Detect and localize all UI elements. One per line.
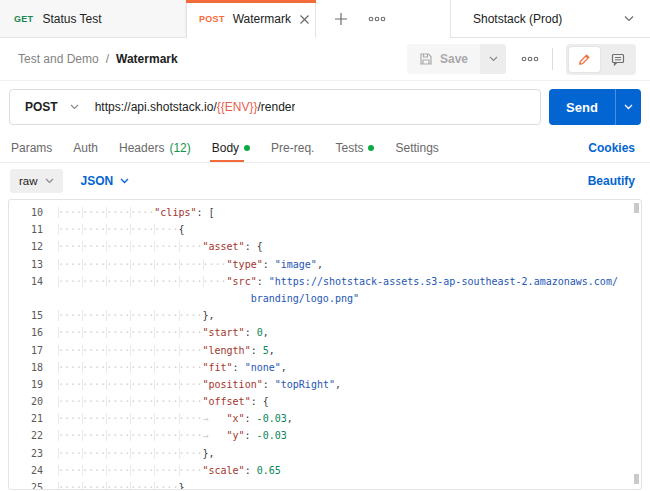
save-button[interactable]: Save bbox=[407, 44, 480, 74]
send-split-button: Send bbox=[549, 89, 641, 125]
chevron-down-icon bbox=[45, 178, 54, 184]
tab-tests[interactable]: Tests bbox=[335, 133, 374, 162]
send-options-button[interactable] bbox=[616, 89, 641, 125]
scrollbar-thumb-top[interactable] bbox=[634, 203, 639, 213]
code-line[interactable]: 17························"length": 5, bbox=[9, 342, 641, 359]
url-input[interactable]: https://api.shotstack.io/{{ENV}}/render bbox=[95, 100, 296, 114]
code-line[interactable]: 10················"clips": [ bbox=[9, 204, 641, 221]
chevron-down-icon bbox=[624, 15, 634, 22]
scrollbar-thumb-bottom[interactable] bbox=[634, 474, 639, 484]
language-selector[interactable]: JSON bbox=[81, 174, 130, 188]
method-badge-get: GET bbox=[14, 14, 33, 24]
cookies-link[interactable]: Cookies bbox=[588, 141, 635, 155]
chevron-down-icon bbox=[120, 178, 129, 184]
line-number: 23 bbox=[9, 445, 43, 462]
code-content: ····················{ bbox=[58, 221, 184, 238]
send-button[interactable]: Send bbox=[549, 89, 616, 125]
code-content: ························}, bbox=[58, 445, 215, 462]
code-content: ························"asset": { bbox=[58, 238, 263, 255]
code-line[interactable]: 25····················} bbox=[9, 479, 641, 490]
code-line[interactable]: 22························→"y": -0.03 bbox=[9, 427, 641, 444]
format-selector[interactable]: raw bbox=[10, 169, 63, 193]
method-selector[interactable]: POST bbox=[10, 100, 95, 114]
line-number: 20 bbox=[9, 393, 43, 410]
save-split-button: Save bbox=[407, 44, 506, 74]
save-label: Save bbox=[440, 52, 468, 66]
divider bbox=[552, 48, 553, 70]
tab-settings[interactable]: Settings bbox=[395, 133, 438, 162]
format-value: raw bbox=[19, 175, 38, 187]
code-line[interactable]: 13····························"type": "i… bbox=[9, 256, 641, 273]
code-line[interactable]: branding/logo.png" bbox=[9, 290, 641, 307]
breadcrumb-request-name[interactable]: Watermark bbox=[116, 52, 178, 66]
code-line[interactable]: 15························}, bbox=[9, 307, 641, 324]
tab-headers[interactable]: Headers(12) bbox=[119, 133, 191, 162]
tab-label: Params bbox=[11, 141, 52, 155]
tab-params[interactable]: Params bbox=[11, 133, 52, 162]
tab-count: (12) bbox=[169, 141, 190, 155]
code-content: ························→"x": -0.03, bbox=[58, 410, 293, 427]
more-actions-icon[interactable] bbox=[521, 56, 539, 62]
environment-selector[interactable]: Shotstack (Prod) bbox=[450, 0, 650, 38]
line-number: 25 bbox=[9, 479, 43, 490]
code-content: ····················} bbox=[58, 479, 184, 490]
url-part: https://api.shotstack.io/ bbox=[95, 100, 217, 114]
code-line[interactable]: 14····························"src": "ht… bbox=[9, 273, 641, 290]
code-line[interactable]: 16························"start": 0, bbox=[9, 324, 641, 341]
code-content: ························}, bbox=[58, 307, 215, 324]
tab-bar: GET Status Test POST Watermark Shotstack… bbox=[0, 0, 650, 38]
code-content: ························"position": "top… bbox=[58, 376, 341, 393]
code-line[interactable]: 24························"scale": 0.65 bbox=[9, 462, 641, 479]
chevron-down-icon bbox=[624, 104, 633, 110]
code-content: branding/logo.png" bbox=[58, 290, 359, 307]
tab-title: Watermark bbox=[233, 12, 291, 26]
code-lines: 10················"clips": [11··········… bbox=[9, 204, 641, 490]
comment-icon bbox=[611, 53, 625, 66]
line-number: 21 bbox=[9, 410, 43, 427]
code-line[interactable]: 12························"asset": { bbox=[9, 238, 641, 255]
edit-mode-button[interactable] bbox=[569, 47, 600, 72]
line-number: 11 bbox=[9, 221, 43, 238]
request-header-row: Test and Demo / Watermark Save bbox=[0, 38, 650, 81]
save-options-button[interactable] bbox=[480, 44, 506, 74]
close-tab-icon[interactable] bbox=[299, 14, 310, 25]
tab-title: Status Test bbox=[42, 12, 101, 26]
line-number: 12 bbox=[9, 238, 43, 255]
code-content: ················"clips": [ bbox=[58, 204, 215, 221]
tab-watermark[interactable]: POST Watermark bbox=[186, 0, 316, 38]
comment-button[interactable] bbox=[602, 47, 633, 72]
status-dot bbox=[244, 145, 250, 151]
body-format-bar: raw JSON Beautify bbox=[0, 163, 650, 199]
add-tab-icon[interactable] bbox=[334, 12, 348, 26]
request-tabs: ParamsAuthHeaders(12)BodyPre-req.TestsSe… bbox=[0, 133, 650, 163]
language-value: JSON bbox=[81, 174, 114, 188]
breadcrumb: Test and Demo / Watermark bbox=[18, 52, 178, 66]
code-line[interactable]: 20························"offset": { bbox=[9, 393, 641, 410]
tab-prereq[interactable]: Pre-req. bbox=[271, 133, 314, 162]
tab-label: Auth bbox=[73, 141, 98, 155]
code-line[interactable]: 21························→"x": -0.03, bbox=[9, 410, 641, 427]
code-content: ····························"type": "ima… bbox=[58, 256, 323, 273]
line-number: 17 bbox=[9, 342, 43, 359]
tab-auth[interactable]: Auth bbox=[73, 133, 98, 162]
code-line[interactable]: 19························"position": "t… bbox=[9, 376, 641, 393]
code-content: ····························"src": "http… bbox=[58, 273, 618, 290]
code-line[interactable]: 11····················{ bbox=[9, 221, 641, 238]
url-env-variable: {{ENV}} bbox=[217, 100, 258, 114]
tab-status-test[interactable]: GET Status Test bbox=[0, 0, 186, 38]
breadcrumb-collection[interactable]: Test and Demo bbox=[18, 52, 99, 66]
code-line[interactable]: 18························"fit": "none", bbox=[9, 359, 641, 376]
tab-label: Tests bbox=[335, 141, 363, 155]
chevron-down-icon bbox=[489, 56, 498, 62]
breadcrumb-separator: / bbox=[106, 52, 109, 66]
line-number: 24 bbox=[9, 462, 43, 479]
code-content: ························→"y": -0.03 bbox=[58, 427, 287, 444]
tab-label: Body bbox=[212, 141, 239, 155]
tab-body[interactable]: Body bbox=[212, 133, 250, 162]
line-number: 14 bbox=[9, 273, 43, 290]
beautify-link[interactable]: Beautify bbox=[588, 174, 635, 188]
tab-options-icon[interactable] bbox=[368, 16, 386, 22]
code-content: ························"length": 5, bbox=[58, 342, 275, 359]
code-line[interactable]: 23························}, bbox=[9, 445, 641, 462]
body-code-editor[interactable]: 10················"clips": [11··········… bbox=[8, 199, 642, 490]
